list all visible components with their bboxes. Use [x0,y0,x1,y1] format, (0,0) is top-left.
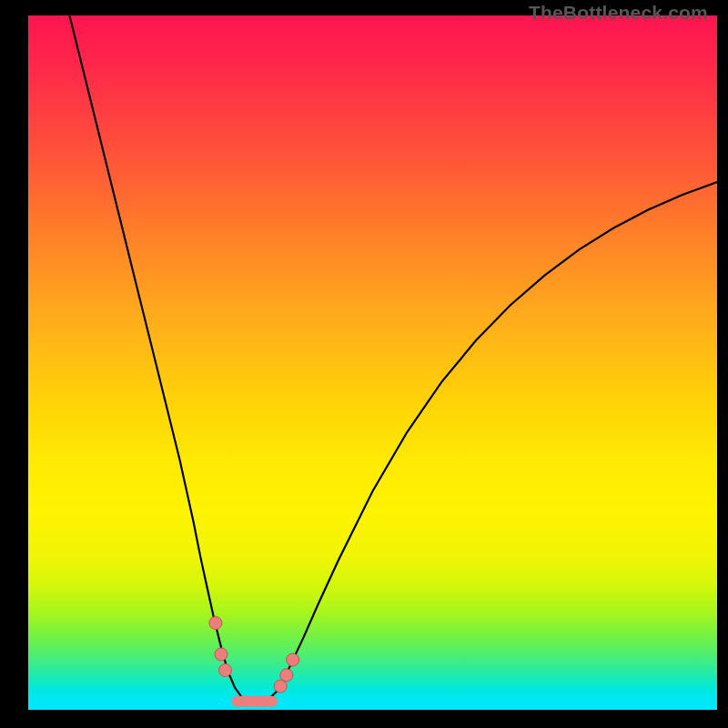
optimal-marker [209,617,222,630]
optimal-marker [219,664,232,677]
optimal-marker [287,653,299,666]
optimal-marker [215,648,228,661]
bottleneck-plot [28,0,717,710]
chart-area: TheBottleneck.com [28,0,717,710]
optimal-marker [280,669,293,682]
watermark-text: TheBottleneck.com [529,2,708,24]
optimal-range-markers [209,617,299,693]
optimal-marker [274,680,287,693]
bottleneck-curve [69,15,717,703]
